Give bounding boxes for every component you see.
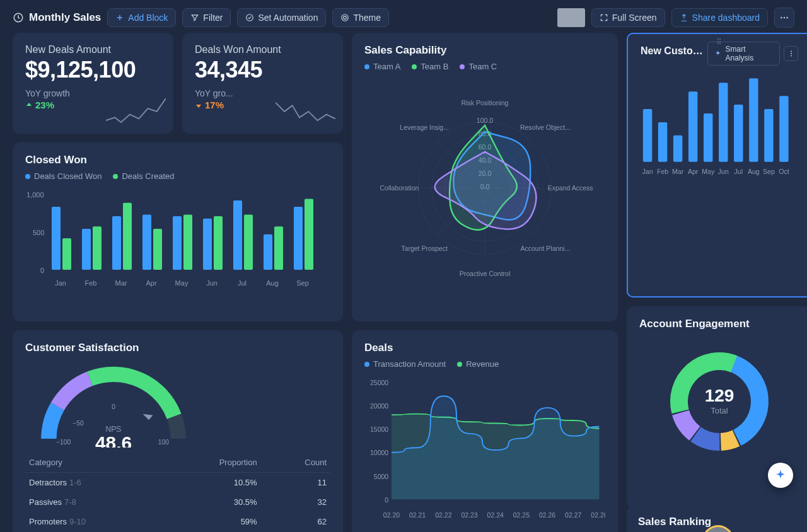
svg-text:100.0: 100.0 [477,117,493,124]
svg-text:Feb: Feb [85,279,97,287]
sales-capability-card[interactable]: Sales Capability Team A Team B Team C Ri… [352,33,618,321]
filter-label: Filter [203,13,223,23]
topbar: Monthly Sales Add Block Filter Set Autom… [0,0,807,33]
svg-text:25000: 25000 [370,379,388,386]
add-block-button[interactable]: Add Block [107,8,176,27]
svg-text:02.23: 02.23 [461,511,477,519]
deals-won-card[interactable]: Deals Won Amount 34,345 YoY gro... 17% [182,33,343,134]
add-block-label: Add Block [128,13,168,23]
svg-text:5000: 5000 [374,473,389,480]
svg-text:02.21: 02.21 [409,511,426,519]
theme-button[interactable]: Theme [332,8,389,27]
table-row: Passives7-830.5%32 [25,492,330,512]
svg-text:02.24: 02.24 [487,511,504,519]
fullscreen-label: Full Screen [612,13,657,23]
closed-won-card[interactable]: Closed Won Deals Closed Won Deals Create… [13,142,343,321]
svg-point-6 [786,17,787,18]
arrow-down-icon [195,101,202,109]
user-avatar[interactable] [557,8,585,27]
closed-won-chart: 1,000 500 0 JanFebMarAprMayJunJulAugSep [25,185,330,292]
nps-gauge: 0 −50 −100 100 NPS 48.6 [25,359,202,448]
svg-text:0: 0 [112,403,115,410]
closed-won-legend: Deals Closed Won Deals Created [25,171,330,181]
new-customers-title: New Custom... [641,45,707,57]
svg-text:15000: 15000 [370,425,388,433]
dots-icon [779,13,789,23]
filter-icon [190,13,199,22]
radar-chart: Risk PositioningResolve Object...Expand … [364,75,605,289]
svg-point-64 [791,51,792,52]
sparkline2 [276,93,335,127]
svg-rect-72 [719,83,728,161]
sparkle-icon [714,50,721,57]
share-button[interactable]: Share dashboard [671,8,768,27]
card-menu-button[interactable] [784,46,798,61]
svg-rect-19 [183,215,192,270]
svg-text:Total: Total [711,406,728,415]
svg-text:Target Prospect: Target Prospect [401,245,448,252]
svg-text:Jun: Jun [718,168,729,175]
svg-rect-23 [244,215,253,270]
automation-button[interactable]: Set Automation [237,8,326,27]
svg-text:Mar: Mar [672,168,684,175]
svg-text:−100: −100 [56,439,71,446]
arrow-up-icon [25,101,33,109]
svg-text:1,000: 1,000 [26,191,44,199]
svg-text:Jun: Jun [206,279,218,287]
svg-rect-18 [173,216,182,270]
svg-rect-16 [142,215,151,270]
svg-text:Jul: Jul [734,168,743,175]
svg-text:Jan: Jan [642,168,653,175]
sparkline [106,93,166,127]
svg-rect-13 [93,226,102,270]
customer-satisfaction-card[interactable]: Customer Satisfaction 0 −50 −100 100 NPS… [13,330,343,532]
svg-text:10000: 10000 [370,449,388,456]
drag-handle-icon[interactable]: ⠿ [716,38,723,47]
svg-marker-93 [143,414,153,420]
svg-text:Oct: Oct [779,168,789,175]
new-deals-card[interactable]: New Deals Amount $9,125,100 YoY growth 2… [13,33,173,134]
more-button[interactable] [774,8,794,28]
automation-icon [245,13,254,22]
svg-rect-68 [658,122,667,162]
svg-text:500: 500 [33,229,44,236]
filter-button[interactable]: Filter [182,8,231,27]
fullscreen-icon [600,13,608,22]
rank-item-1[interactable]: 1 Kate Bush 4,950 [699,527,737,532]
svg-rect-17 [153,229,162,270]
engagement-donut: 129 Total [639,335,799,461]
svg-text:Collaboration: Collaboration [380,184,419,192]
svg-text:May: May [175,279,189,287]
sparkle-icon [774,469,787,482]
sales-ranking-card[interactable]: Sales Ranking 2 Amy 3,010 1 Kate Bush 4,… [627,506,807,532]
csat-title: Customer Satisfaction [25,342,330,354]
assistant-fab[interactable] [768,463,793,488]
svg-text:100: 100 [158,439,169,446]
clock-icon [13,12,24,23]
svg-point-5 [784,17,785,18]
svg-text:02.27: 02.27 [565,511,581,519]
svg-text:Account Planni...: Account Planni... [520,245,570,252]
svg-rect-74 [749,78,758,161]
svg-text:0: 0 [40,267,44,274]
deals-card[interactable]: Deals Transaction Amount Revenue 2500020… [352,330,618,532]
svg-text:Aug: Aug [266,279,279,287]
svg-text:Risk Positioning: Risk Positioning [462,99,509,107]
deals-title: Deals [364,342,605,354]
svg-text:20000: 20000 [370,402,388,410]
svg-rect-11 [62,238,71,270]
nps-table: Category Proportion Count Detractors1-61… [25,453,330,531]
svg-rect-71 [704,113,712,162]
svg-text:Sep: Sep [296,279,309,287]
svg-text:Mar: Mar [115,279,127,287]
svg-point-65 [791,53,792,54]
svg-rect-22 [233,200,242,270]
new-customers-card[interactable]: ⠿ New Custom... Smart Analysis JanFebMar… [627,33,807,298]
dots-vertical-icon [787,50,795,57]
svg-text:02.20: 02.20 [383,511,400,519]
svg-text:Jul: Jul [238,279,247,287]
svg-rect-75 [764,109,773,162]
fullscreen-button[interactable]: Full Screen [591,8,665,27]
svg-text:02.25: 02.25 [513,511,530,519]
svg-text:Feb: Feb [657,168,668,175]
